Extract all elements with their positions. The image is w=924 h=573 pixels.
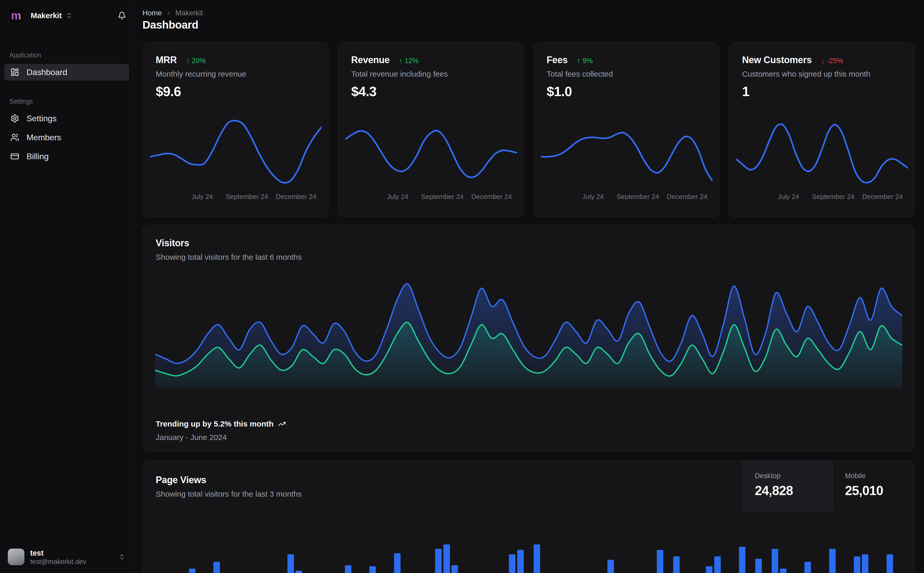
user-meta: test test@makerkit.dev: [30, 548, 86, 566]
bar: [805, 562, 811, 573]
stat-description: Customers who signed up this month: [742, 70, 871, 78]
trend-badge: ↓-25%: [821, 57, 843, 65]
sidebar-item-dashboard[interactable]: Dashboard: [4, 64, 129, 80]
stat-title: New Customers: [742, 55, 812, 66]
x-tick: July 24: [191, 193, 213, 201]
bar: [369, 566, 376, 573]
bar: [189, 568, 196, 573]
arrow-up-icon: ↑: [577, 57, 580, 65]
sidebar-group-settings: Settings: [9, 98, 33, 105]
bar: [213, 562, 220, 573]
bar: [854, 556, 860, 573]
bar: [517, 550, 524, 573]
trend-badge: ↑12%: [399, 57, 419, 65]
trend-badge: ↑9%: [577, 57, 593, 65]
header-divider: [143, 511, 915, 511]
bar: [509, 554, 515, 573]
bar: [829, 549, 836, 573]
stat-card-mrr: MRR ↑20% Monthly recurring revenue $9.6 …: [143, 42, 328, 218]
sidebar-item-label: Settings: [27, 114, 56, 124]
bar: [755, 559, 762, 573]
chevron-right-icon: [166, 10, 172, 16]
x-tick: December 24: [862, 193, 903, 201]
notifications-button[interactable]: [118, 11, 126, 20]
team-name: Makerkit: [31, 11, 61, 20]
x-axis-labels: July 24 September 24 December 24: [541, 193, 712, 202]
revenue-sparkline-chart: [345, 117, 517, 187]
trend-badge: ↑20%: [186, 57, 206, 65]
team-switcher[interactable]: m Makerkit: [8, 8, 72, 23]
new-customers-sparkline-chart: [736, 117, 908, 187]
visitors-footer: Trending up by 5.2% this month: [156, 420, 286, 428]
stat-value: 1: [742, 84, 749, 99]
trend-value: 12%: [405, 57, 419, 65]
settings-icon: [10, 114, 19, 123]
bar: [772, 549, 778, 573]
bar: [533, 545, 540, 573]
users-icon: [10, 133, 19, 142]
x-tick: September 24: [421, 193, 463, 201]
makerkit-logo: m: [8, 8, 24, 23]
arrow-up-icon: ↑: [399, 57, 403, 65]
visitors-card: Visitors Showing total visitors for the …: [143, 225, 915, 451]
x-axis-labels: July 24 September 24 December 24: [150, 193, 322, 202]
stat-card-revenue: Revenue ↑12% Total revenue including fee…: [338, 42, 524, 218]
page-views-card: Page Views Showing total visitors for th…: [143, 460, 915, 573]
page-views-bar-chart: [155, 521, 902, 573]
x-tick: December 24: [667, 193, 707, 201]
stat-card-fees: Fees ↑9% Total fees collected $1.0 July …: [533, 42, 720, 218]
page-views-subtitle: Showing total visitors for the last 3 mo…: [156, 490, 302, 498]
user-menu[interactable]: test test@makerkit.dev: [4, 545, 129, 569]
sidebar: m Makerkit Application Dashboard Setting…: [0, 0, 133, 573]
x-tick: December 24: [276, 193, 316, 201]
toggle-label: Mobile: [845, 472, 915, 480]
x-axis-labels: July 24 September 24 December 24: [736, 193, 908, 202]
stat-description: Total fees collected: [547, 70, 613, 78]
stat-title: Fees: [547, 55, 568, 66]
x-axis-labels: July 24 September 24 December 24: [345, 193, 517, 202]
breadcrumb-home-link[interactable]: Home: [143, 9, 162, 17]
bar: [345, 565, 351, 573]
sidebar-group-application: Application: [9, 52, 41, 59]
x-tick: December 24: [471, 193, 512, 201]
breadcrumb-current: Makerkit: [176, 9, 203, 17]
trend-value: 9%: [582, 57, 593, 65]
bar: [706, 566, 712, 573]
bar: [862, 554, 868, 573]
sidebar-item-billing[interactable]: Billing: [4, 148, 129, 165]
credit-card-icon: [10, 152, 19, 161]
sidebar-header: m Makerkit: [8, 8, 126, 23]
bar: [295, 571, 302, 573]
arrow-down-icon: ↓: [821, 57, 825, 65]
bar: [607, 560, 614, 573]
toggle-desktop[interactable]: Desktop 24,828: [743, 460, 833, 511]
stat-value: $9.6: [156, 84, 181, 99]
stat-description: Monthly recurring revenue: [156, 70, 246, 78]
trend-value: -25%: [827, 57, 843, 65]
bar: [780, 568, 786, 573]
bar: [443, 545, 450, 573]
arrow-up-icon: ↑: [186, 57, 190, 65]
trending-up-icon: [278, 420, 286, 428]
sidebar-item-members[interactable]: Members: [4, 129, 129, 146]
sidebar-item-label: Billing: [27, 152, 49, 161]
mrr-sparkline-chart: [150, 117, 322, 187]
stat-title: Revenue: [351, 55, 390, 66]
page-title: Dashboard: [143, 19, 198, 31]
sidebar-item-label: Members: [27, 133, 61, 142]
bell-icon: [118, 11, 126, 20]
trend-value: 20%: [192, 57, 206, 65]
x-tick: September 24: [812, 193, 854, 201]
bar: [435, 549, 442, 573]
stat-description: Total revenue including fees: [351, 70, 448, 78]
avatar: [8, 549, 24, 565]
user-email: test@makerkit.dev: [30, 558, 86, 566]
toggle-mobile[interactable]: Mobile 25,010: [833, 460, 915, 511]
fees-sparkline-chart: [541, 117, 712, 187]
visitors-area-chart: [155, 275, 902, 388]
bar: [452, 565, 458, 573]
dashboard-app: m Makerkit Application Dashboard Setting…: [0, 0, 924, 573]
sidebar-item-settings[interactable]: Settings: [4, 110, 129, 127]
bar: [739, 547, 745, 573]
breadcrumb: Home Makerkit: [143, 9, 203, 17]
